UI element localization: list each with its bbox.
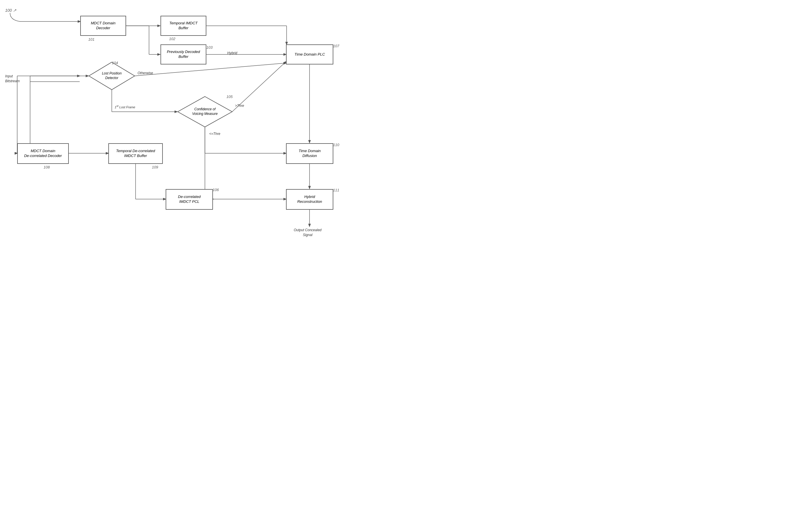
ref-105: 105 xyxy=(226,95,233,99)
decorr-imdct-label: De-correlatedIMDCT PCL xyxy=(178,194,201,204)
ref-100: 100 ↗ xyxy=(5,8,16,13)
decorr-imdct-box: De-correlatedIMDCT PCL xyxy=(166,189,213,210)
prev-decoded-box: Previously DecodedBuffer xyxy=(161,44,206,64)
hybrid-recon-box: HybridReconstruction xyxy=(286,189,333,210)
mdct-decoder-box: MDCT DomainDecoder xyxy=(80,16,126,36)
arrows-svg xyxy=(0,0,397,266)
lost-pos-detector: Lost PositionDetector xyxy=(88,62,135,90)
temporal-decorr-label: Temporal De-correlatedIMDCT Buffer xyxy=(116,149,155,158)
prev-decoded-label: Previously DecodedBuffer xyxy=(167,50,200,59)
mdct-decorr-box: MDCT DomainDe-correlated Decoder xyxy=(17,143,69,164)
time-diffusion-box: Time DomainDiffusion xyxy=(286,143,333,164)
ref-103: 103 xyxy=(206,45,213,50)
hybrid-arrow-label: Hybrid xyxy=(227,51,237,55)
time-diffusion-label: Time DomainDiffusion xyxy=(299,149,321,158)
gt-thre-label: >Thre xyxy=(235,104,244,108)
otherwise-label: Otherwise xyxy=(137,71,153,75)
ref-104: 104 xyxy=(112,61,118,65)
ref-107: 107 xyxy=(333,44,339,48)
le-thre-label: <=Thre xyxy=(209,132,220,136)
temporal-imdct-label: Temporal IMDCTBuffer xyxy=(169,21,197,31)
diagram-container: MDCT DomainDecoder Temporal IMDCTBuffer … xyxy=(0,0,397,266)
mdct-decorr-label: MDCT DomainDe-correlated Decoder xyxy=(24,149,62,158)
time-domain-plc-label: Time Domain PLC xyxy=(294,52,325,57)
ref-109: 109 xyxy=(152,165,158,169)
ref-106: 106 xyxy=(213,188,219,192)
output-signal-label: Output ConcealedSignal xyxy=(294,228,322,238)
svg-line-13 xyxy=(135,63,286,76)
ref-110: 110 xyxy=(333,142,339,147)
temporal-decorr-box: Temporal De-correlatedIMDCT Buffer xyxy=(108,143,163,164)
first-lost-frame-label: 1st Lost Frame xyxy=(115,104,135,109)
time-domain-plc-box: Time Domain PLC xyxy=(286,44,333,64)
mdct-decoder-label: MDCT DomainDecoder xyxy=(91,21,115,31)
ref-108: 108 xyxy=(43,165,50,169)
temporal-imdct-box: Temporal IMDCTBuffer xyxy=(161,16,206,36)
conf-voicing-detector: Confidence ofVoicing Measure xyxy=(177,96,233,128)
ref-102: 102 xyxy=(169,37,175,41)
hybrid-recon-label: HybridReconstruction xyxy=(297,194,322,204)
input-bitstream-label: InputBitstream xyxy=(5,74,20,84)
ref-101: 101 xyxy=(88,37,95,41)
ref-111: 111 xyxy=(333,188,339,192)
